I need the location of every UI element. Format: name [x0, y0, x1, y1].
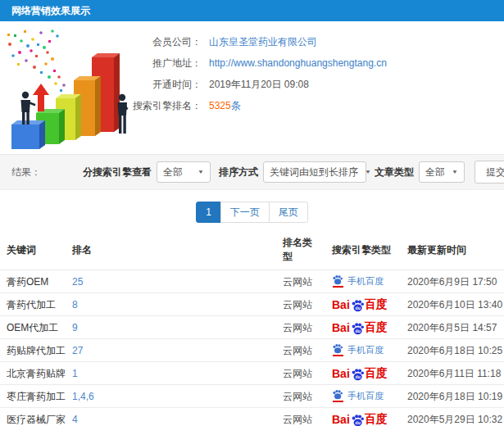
article-type-label: 文章类型	[375, 165, 414, 179]
baidu-logo-bai: Bai	[332, 298, 350, 311]
result-label: 结果：	[11, 165, 41, 179]
red-underline	[333, 355, 343, 356]
rank-type-cell: 云网站	[276, 408, 325, 426]
rank-cell: 8	[66, 293, 276, 316]
keyword-cell: 膏药OEM	[0, 270, 66, 293]
rank-cell: 27	[66, 339, 276, 362]
baidu-paw-icon: du	[351, 299, 365, 312]
table-row: OEM代加工 9 云网站 Baidu百度 2020年6月5日 14:57	[0, 316, 504, 339]
rank-link[interactable]: 27	[72, 345, 83, 356]
baidu-paw-icon	[332, 343, 343, 356]
col-rank: 排名	[66, 229, 276, 270]
sort-select[interactable]: 关键词由短到长排序 ▼	[263, 161, 366, 183]
info-row-rank-count: 搜索引擎排名： 5325条	[129, 95, 504, 116]
filter-bar: 结果： 分搜索引擎查看 全部 ▼ 排序方式 关键词由短到长排序 ▼ 文章类型 全…	[0, 154, 504, 190]
page-last[interactable]: 尾页	[269, 202, 308, 223]
pagination: 1 下一页 尾页	[0, 202, 504, 223]
info-row-open-time: 开通时间： 2019年11月20日 09:08	[129, 74, 504, 95]
company-link[interactable]: 山东皇圣堂药业有限公司	[209, 35, 317, 49]
keyword-cell: 北京膏药贴牌	[0, 362, 66, 385]
svg-text:du: du	[355, 374, 360, 379]
baidu-paw-icon	[332, 274, 343, 288]
rank-cell: 1	[66, 362, 276, 385]
keyword-cell: OEM代加工	[0, 316, 66, 339]
engine-view-select[interactable]: 全部 ▼	[157, 161, 211, 183]
promo-url-link[interactable]: http://www.shandonghuangshengtang.cn	[209, 57, 387, 69]
table-row: 医疗器械厂家 4 云网站 Baidu百度 2020年5月29日 10:32	[0, 408, 504, 426]
rank-count-unit: 条	[231, 100, 241, 111]
info-section: 会员公司： 山东皇圣堂药业有限公司 推广地址： http://www.shand…	[0, 21, 504, 154]
rank-type-cell: 云网站	[276, 293, 325, 316]
svg-text:du: du	[355, 329, 360, 333]
baidu-logo-bai: Bai	[332, 413, 350, 426]
mobile-baidu-label: 手机百度	[347, 274, 384, 288]
info-row-company: 会员公司： 山东皇圣堂药业有限公司	[129, 31, 504, 52]
baidu-logo-badge: Baidu百度	[332, 297, 388, 310]
engine-cell: Baidu百度	[325, 362, 401, 385]
baidu-logo-cn: 百度	[365, 320, 388, 333]
article-type-selected: 全部	[425, 165, 445, 179]
rank-link[interactable]: 1	[72, 368, 78, 379]
rank-type-cell: 云网站	[276, 339, 325, 362]
baidu-logo-cn: 百度	[365, 366, 388, 379]
rank-count-number: 5325	[209, 100, 231, 111]
chevron-down-icon: ▼	[452, 169, 458, 174]
updated-cell: 2020年6月18日 10:19	[401, 385, 504, 408]
info-row-url: 推广地址： http://www.shandonghuangshengtang.…	[129, 52, 504, 74]
mobile-baidu-badge: 手机百度	[332, 274, 384, 288]
page-current[interactable]: 1	[196, 202, 221, 223]
open-time-value: 2019年11月20日 09:08	[209, 78, 309, 92]
col-rank-type: 排名类型	[276, 229, 325, 270]
engine-cell: 手机百度	[325, 339, 401, 362]
baidu-logo-badge: Baidu百度	[332, 320, 388, 333]
results-table: 关键词 排名 排名类型 搜索引擎类型 最新更新时间 膏药OEM 25 云网站 手…	[0, 229, 504, 426]
rank-link[interactable]: 9	[72, 322, 78, 333]
submit-button[interactable]: 提交	[474, 161, 504, 184]
rank-link[interactable]: 25	[72, 276, 83, 288]
rank-link[interactable]: 8	[72, 299, 78, 310]
table-body: 膏药OEM 25 云网站 手机百度 2020年6月9日 17:50 膏药代加工 …	[0, 270, 504, 426]
engine-cell: 手机百度	[325, 270, 401, 293]
rank-link[interactable]: 4	[72, 414, 78, 425]
up-arrow	[33, 84, 49, 111]
engine-cell: 手机百度	[325, 385, 401, 408]
page-next[interactable]: 下一页	[220, 202, 270, 223]
baidu-paw-icon	[332, 389, 343, 402]
updated-cell: 2020年6月18日 10:25	[401, 339, 504, 362]
engine-cell: Baidu百度	[325, 408, 401, 426]
rank-type-cell: 云网站	[276, 316, 325, 339]
baidu-paw-icon: du	[351, 322, 365, 335]
updated-cell: 2020年6月5日 14:57	[401, 316, 504, 339]
keyword-cell: 膏药代加工	[0, 293, 66, 316]
baidu-logo-badge: Baidu百度	[332, 366, 388, 379]
engine-cell: Baidu百度	[325, 316, 401, 339]
filter-controls: 分搜索引擎查看 全部 ▼ 排序方式 关键词由短到长排序 ▼ 文章类型 全部 ▼ …	[75, 161, 504, 184]
rank-cell: 1,4,6	[66, 385, 276, 408]
rank-cell: 9	[66, 316, 276, 339]
baidu-paw-icon: du	[351, 368, 365, 381]
sort-label: 排序方式	[219, 165, 258, 179]
article-type-select[interactable]: 全部 ▼	[419, 161, 465, 183]
baidu-logo-badge: Baidu百度	[332, 412, 388, 425]
baidu-logo-bai: Bai	[332, 321, 350, 334]
table-header-row: 关键词 排名 排名类型 搜索引擎类型 最新更新时间	[0, 229, 504, 270]
engine-view-selected: 全部	[163, 165, 183, 179]
bar-chart-illustration	[2, 25, 152, 152]
rank-count-value: 5325条	[209, 99, 241, 113]
chevron-down-icon: ▼	[365, 169, 371, 174]
keyword-cell: 枣庄膏药加工	[0, 385, 66, 408]
rank-cell: 4	[66, 408, 276, 426]
table-row: 枣庄膏药加工 1,4,6 云网站 手机百度 2020年6月18日 10:19	[0, 385, 504, 408]
engine-cell: Baidu百度	[325, 293, 401, 316]
page-title: 网络营销效果展示	[11, 5, 90, 16]
rank-type-cell: 云网站	[276, 385, 325, 408]
col-updated: 最新更新时间	[401, 229, 504, 270]
svg-text:du: du	[355, 306, 360, 310]
red-underline	[333, 286, 343, 288]
rank-link[interactable]: 1,4,6	[72, 391, 94, 402]
col-keyword: 关键词	[0, 229, 66, 270]
updated-cell: 2020年6月10日 13:40	[401, 293, 504, 316]
mobile-baidu-label: 手机百度	[347, 343, 384, 356]
businessman-left	[21, 92, 36, 125]
red-underline	[333, 401, 343, 402]
